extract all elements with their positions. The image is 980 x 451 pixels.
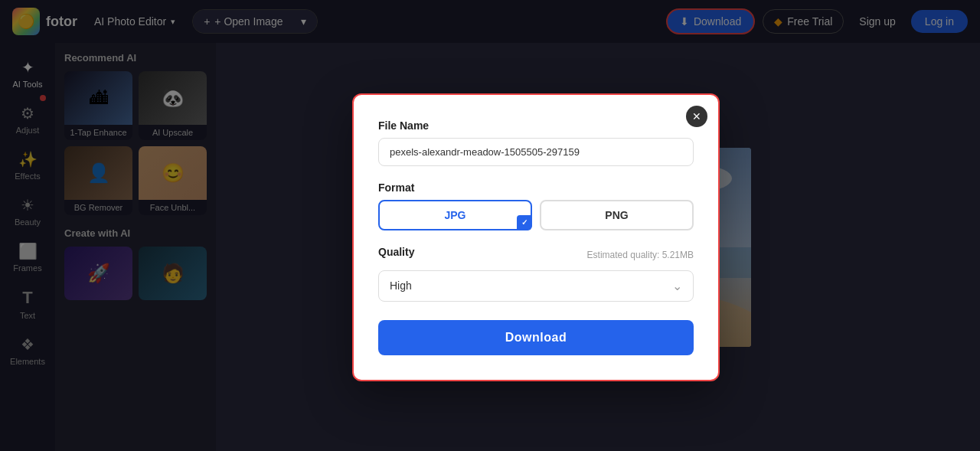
quality-header: Quality Estimated quality: 5.21MB [378,246,694,264]
close-icon: ✕ [692,110,701,123]
download-modal: ✕ File Name Format JPG ✓ PNG Quality Est… [352,93,720,381]
quality-value-text: High [390,279,412,292]
quality-select-display[interactable]: High ⌄ [378,270,694,302]
download-button[interactable]: Download [378,320,694,355]
quality-label: Quality [378,246,414,258]
download-button-label: Download [505,331,567,344]
format-png-button[interactable]: PNG [540,200,694,230]
modal-close-button[interactable]: ✕ [686,106,707,127]
estimated-quality-text: Estimated quality: 5.21MB [587,250,694,260]
file-name-input[interactable] [378,138,694,166]
quality-select-wrapper: High ⌄ [378,270,694,302]
file-name-label: File Name [378,119,694,132]
checkmark-icon: ✓ [517,215,532,230]
format-options: JPG ✓ PNG [378,200,694,230]
chevron-down-icon: ⌄ [672,279,682,293]
format-label: Format [378,181,694,194]
format-jpg-button[interactable]: JPG ✓ [378,200,532,230]
modal-overlay: ✕ File Name Format JPG ✓ PNG Quality Est… [0,0,980,451]
